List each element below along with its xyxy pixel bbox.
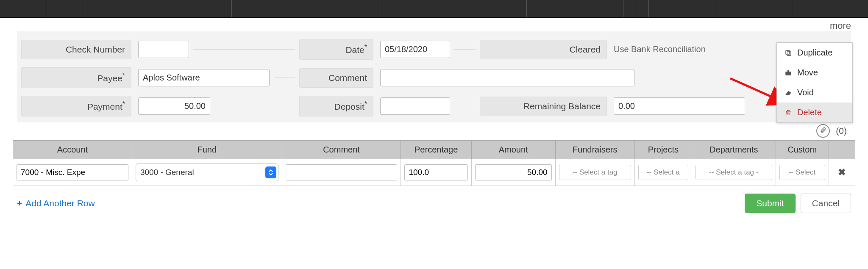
table-row: 3000 - General -- Select a tag -- Select… (13, 159, 855, 186)
menu-void-label: Void (797, 88, 814, 97)
row-account-input[interactable] (17, 164, 128, 180)
row-remove-button[interactable]: ✖ (838, 167, 846, 177)
menu-move-label: Move (797, 68, 818, 78)
briefcase-icon (784, 69, 793, 77)
svg-rect-0 (787, 52, 791, 55)
row-amount-input[interactable] (475, 164, 552, 180)
nav-cell[interactable] (792, 0, 868, 17)
row-projects-select[interactable]: -- Select a (638, 165, 688, 180)
row-custom-select[interactable]: -- Select (779, 165, 825, 180)
row-departments-select[interactable]: -- Select a tag - (696, 165, 772, 180)
attachment-button[interactable] (816, 124, 830, 138)
menu-move[interactable]: Move (777, 63, 852, 83)
menu-void[interactable]: Void (777, 83, 852, 103)
deposit-label: Deposit* (299, 96, 373, 116)
col-custom: Custom (776, 141, 829, 159)
add-row-button[interactable]: + Add Another Row (17, 198, 95, 208)
more-dropdown-menu: Duplicate Move Void Delete (776, 42, 853, 123)
col-projects: Projects (634, 141, 692, 159)
remaining-balance-input[interactable] (614, 97, 745, 115)
top-nav-bar (0, 0, 868, 18)
menu-duplicate-label: Duplicate (797, 48, 832, 58)
row-fund-value: 3000 - General (140, 168, 194, 177)
date-label: Date* (299, 39, 373, 60)
submit-button[interactable]: Submit (745, 194, 795, 213)
nav-cell[interactable] (84, 0, 232, 17)
cancel-button[interactable]: Cancel (801, 194, 851, 213)
menu-delete[interactable]: Delete (777, 103, 852, 122)
col-percentage: Percentage (401, 141, 471, 159)
line-items-table: Account Fund Comment Percentage Amount F… (13, 140, 855, 186)
date-input[interactable] (380, 41, 450, 58)
col-fund: Fund (132, 141, 282, 159)
row-fund-select[interactable]: 3000 - General (136, 164, 278, 181)
col-actions (829, 141, 855, 159)
nav-cell[interactable] (649, 0, 716, 17)
row-comment-input[interactable] (286, 164, 398, 180)
check-number-label: Check Number (21, 40, 131, 59)
top-nav-cells (8, 0, 868, 17)
plus-icon: + (17, 198, 22, 208)
menu-delete-label: Delete (797, 108, 822, 117)
cleared-label: Cleared (480, 40, 607, 59)
deposit-input[interactable] (380, 97, 450, 115)
payee-label: Payee* (21, 67, 131, 88)
col-departments: Departments (692, 141, 776, 159)
nav-cell[interactable] (527, 0, 624, 17)
row-percentage-input[interactable] (404, 164, 467, 180)
payment-label: Payment* (21, 96, 131, 116)
col-amount: Amount (471, 141, 555, 159)
svg-rect-1 (786, 50, 790, 54)
menu-duplicate[interactable]: Duplicate (777, 43, 852, 63)
col-account: Account (13, 141, 132, 159)
more-link[interactable]: more (830, 20, 851, 31)
select-stepper-icon (265, 166, 276, 178)
nav-cell[interactable] (716, 0, 792, 17)
payee-input[interactable] (138, 69, 270, 86)
add-row-label: Add Another Row (25, 198, 95, 208)
svg-rect-3 (787, 70, 790, 72)
nav-cell[interactable] (46, 0, 84, 17)
remaining-balance-label: Remaining Balance (480, 97, 607, 116)
svg-rect-2 (785, 72, 791, 75)
cleared-hint: Use Bank Reconciliation (614, 44, 706, 54)
attachment-count: (0) (836, 126, 847, 136)
nav-cell[interactable] (379, 0, 527, 17)
eraser-icon (784, 89, 793, 96)
trash-icon (784, 109, 793, 116)
col-comment: Comment (282, 141, 401, 159)
nav-cell[interactable] (232, 0, 379, 17)
nav-cell[interactable] (636, 0, 649, 17)
row-fundraisers-select[interactable]: -- Select a tag (559, 165, 631, 180)
comment-label: Comment (299, 68, 373, 88)
duplicate-icon (784, 49, 793, 57)
comment-input[interactable] (380, 69, 634, 86)
transaction-form-panel: Check Number Date* Cleared Use Bank Reco… (17, 31, 851, 122)
col-fundraisers: Fundraisers (555, 141, 634, 159)
paperclip-icon (820, 126, 826, 136)
nav-cell[interactable] (8, 0, 46, 17)
nav-cell[interactable] (623, 0, 636, 17)
payment-input[interactable] (138, 97, 210, 115)
check-number-input[interactable] (138, 41, 189, 58)
